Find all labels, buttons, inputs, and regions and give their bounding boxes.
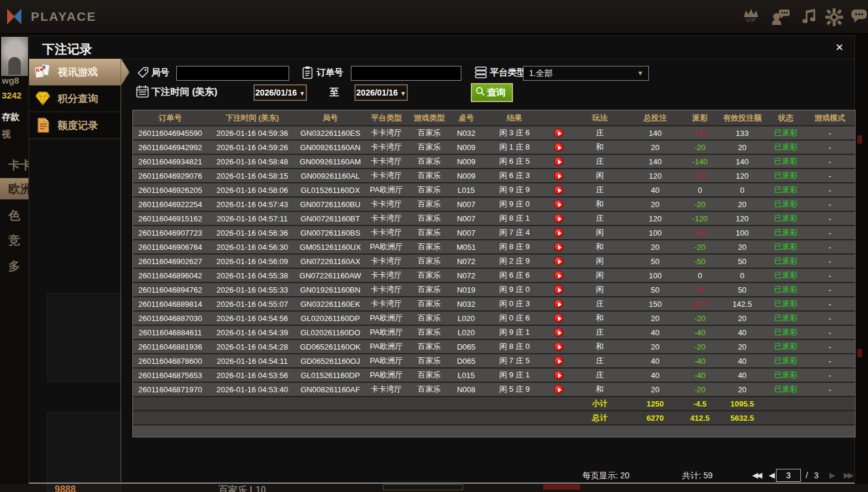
chat-icon[interactable] bbox=[849, 8, 868, 26]
last-page-icon[interactable]: ▶▶ bbox=[844, 471, 852, 480]
replay-icon[interactable] bbox=[554, 199, 563, 209]
replay-icon[interactable] bbox=[554, 342, 563, 351]
prev-page-icon[interactable]: ◀ bbox=[769, 471, 773, 480]
replay-icon[interactable] bbox=[554, 256, 563, 266]
cell-play: 庄 bbox=[571, 126, 628, 140]
lobby-video-label: 视 bbox=[2, 129, 11, 140]
cell-platform: 卡卡湾厅 bbox=[364, 254, 409, 268]
cell-play: 和 bbox=[571, 197, 628, 211]
date-from-button[interactable]: 2026/01/16 ▼ bbox=[254, 84, 307, 101]
replay-icon[interactable] bbox=[554, 299, 563, 309]
cell-payout: -20 bbox=[682, 339, 718, 354]
replay-icon[interactable] bbox=[554, 328, 563, 337]
platform-select[interactable]: 1.全部 ▼ bbox=[523, 66, 649, 81]
cell-table: N008 bbox=[449, 382, 483, 396]
cell-time: 2026-01-16 04:53:40 bbox=[208, 382, 297, 396]
cell-order: 260116046942992 bbox=[133, 140, 208, 154]
cell-status: 已派彩 bbox=[766, 268, 804, 282]
table-row: 2601160469429922026-01-16 04:59:26GN0092… bbox=[133, 140, 855, 154]
table-row: 2601160468819362026-01-16 04:54:28GD0652… bbox=[133, 339, 855, 354]
replay-cell bbox=[546, 183, 571, 197]
totals-empty bbox=[297, 411, 363, 425]
settings-icon[interactable] bbox=[824, 8, 844, 26]
close-icon[interactable]: × bbox=[832, 40, 847, 55]
table-row: 2601160468719702026-01-16 04:53:40GN0082… bbox=[133, 382, 855, 396]
search-button[interactable]: 查询 bbox=[471, 83, 513, 102]
next-page-icon[interactable]: ▶ bbox=[829, 471, 834, 480]
cell-mode: - bbox=[805, 211, 855, 226]
cell-play: 和 bbox=[571, 339, 628, 354]
cell-round: GL020261160DO bbox=[297, 325, 363, 339]
replay-icon[interactable] bbox=[554, 356, 563, 366]
replay-icon[interactable] bbox=[554, 214, 563, 223]
replay-icon[interactable] bbox=[554, 385, 563, 394]
table-row: 2601160468870302026-01-16 04:54:56GL0202… bbox=[133, 311, 855, 325]
totals-empty bbox=[133, 411, 208, 425]
replay-icon[interactable] bbox=[554, 370, 563, 380]
replay-icon[interactable] bbox=[554, 271, 563, 280]
replay-cell bbox=[546, 325, 571, 339]
first-page-icon[interactable]: ◀◀ bbox=[752, 471, 761, 480]
cell-order: 260116046875653 bbox=[133, 368, 208, 382]
sidebar-item-video-games[interactable]: 9K♥ 视讯游戏 bbox=[29, 59, 129, 85]
cell-platform: PA欧洲厅 bbox=[364, 311, 409, 325]
cell-result: 闲 7 庄 5 bbox=[483, 354, 546, 368]
cell-result: 闲 9 庄 9 bbox=[483, 183, 546, 197]
date-to-button[interactable]: 2026/01/16 ▼ bbox=[354, 84, 408, 101]
cell-round: GL015261160DX bbox=[297, 183, 363, 197]
cell-status: 已派彩 bbox=[766, 368, 804, 382]
cell-game: 百家乐 bbox=[409, 311, 449, 325]
replay-icon[interactable] bbox=[554, 128, 563, 138]
cell-payout: -40 bbox=[682, 354, 718, 368]
cell-platform: 卡卡湾厅 bbox=[364, 140, 409, 154]
cell-game: 百家乐 bbox=[409, 297, 449, 311]
lobby-bottom-box bbox=[383, 484, 463, 490]
totals-empty bbox=[297, 396, 363, 411]
cell-payout: -20 bbox=[682, 311, 718, 325]
replay-icon[interactable] bbox=[554, 142, 563, 152]
table-row: 2601160469026272026-01-16 04:56:09GN0722… bbox=[133, 254, 855, 268]
replay-icon[interactable] bbox=[554, 185, 563, 195]
support-icon[interactable] bbox=[771, 8, 791, 26]
cell-round: GN019261160BN bbox=[297, 282, 363, 297]
replay-icon[interactable] bbox=[554, 228, 563, 237]
cell-round: GN007261160BS bbox=[297, 226, 363, 240]
replay-icon[interactable] bbox=[554, 157, 563, 166]
cell-mode: - bbox=[805, 197, 855, 211]
cell-table: N019 bbox=[449, 282, 483, 297]
cell-result: 闲 7 庄 4 bbox=[483, 226, 546, 240]
cell-table: N007 bbox=[449, 197, 483, 211]
cell-bet: 40 bbox=[628, 368, 682, 382]
cell-status: 已派彩 bbox=[766, 311, 804, 325]
lobby-menu-item: 竞 bbox=[0, 230, 28, 251]
music-icon[interactable] bbox=[799, 8, 819, 26]
modal-title: 下注记录 bbox=[42, 41, 92, 58]
cell-result: 闲 0 庄 3 bbox=[483, 297, 546, 311]
replay-icon[interactable] bbox=[554, 171, 563, 180]
sidebar-item-quota-records[interactable]: 额度记录 bbox=[29, 112, 121, 139]
cell-valid: 40 bbox=[718, 368, 766, 382]
cell-game: 百家乐 bbox=[409, 240, 449, 254]
cell-status: 已派彩 bbox=[766, 339, 804, 354]
cell-table: N007 bbox=[449, 211, 483, 226]
round-input[interactable] bbox=[176, 66, 289, 81]
cell-mode: - bbox=[805, 268, 855, 282]
replay-icon[interactable] bbox=[554, 313, 563, 323]
cell-bet: 120 bbox=[628, 169, 682, 183]
replay-icon[interactable] bbox=[554, 285, 563, 294]
top-bar: PLAYACE VIP bbox=[0, 0, 868, 34]
replay-icon[interactable] bbox=[554, 242, 563, 252]
page-input[interactable] bbox=[776, 469, 801, 482]
pagination-bar: 每页显示: 20 共计: 59 ◀◀ ◀ / 3 ▶ ▶▶ bbox=[29, 468, 856, 484]
cell-table: N072 bbox=[449, 254, 483, 268]
vip-icon[interactable]: VIP bbox=[741, 8, 761, 26]
cell-result: 闲 0 庄 6 bbox=[483, 311, 546, 325]
totals-empty bbox=[409, 411, 449, 425]
order-input[interactable] bbox=[351, 66, 461, 81]
cell-play: 和 bbox=[571, 382, 628, 396]
cell-game: 百家乐 bbox=[409, 183, 449, 197]
cell-platform: 卡卡湾厅 bbox=[364, 282, 409, 297]
cell-payout: -40 bbox=[682, 368, 718, 382]
sidebar-item-points-query[interactable]: 积分查询 bbox=[29, 85, 121, 112]
cell-platform: 卡卡湾厅 bbox=[364, 211, 409, 226]
